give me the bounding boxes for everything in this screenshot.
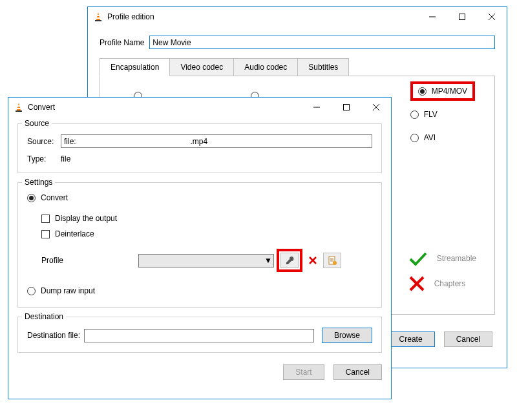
- radio-icon: [418, 87, 427, 96]
- minimize-button[interactable]: [302, 98, 332, 117]
- deinterlace-check[interactable]: Deinterlace: [41, 229, 372, 238]
- svg-rect-5: [459, 14, 465, 20]
- tab-audio-codec[interactable]: Audio codec: [233, 58, 298, 76]
- radio-icon: [410, 110, 419, 119]
- profile-name-label: Profile Name: [100, 38, 144, 47]
- svg-rect-2: [96, 17, 100, 19]
- profile-titlebar: Profile edition: [88, 7, 507, 26]
- cross-icon: [408, 275, 425, 292]
- profile-select[interactable]: ▼: [138, 254, 274, 268]
- svg-rect-13: [16, 110, 22, 112]
- delete-icon: [308, 256, 317, 265]
- convert-window-title: Convert: [28, 103, 302, 112]
- radio-icon: [27, 287, 36, 295]
- profile-label: Profile: [41, 256, 138, 265]
- tab-encapsulation[interactable]: Encapsulation: [100, 58, 170, 76]
- cancel-button[interactable]: Cancel: [333, 364, 382, 380]
- chevron-down-icon: ▼: [264, 256, 272, 265]
- radio-icon: [410, 134, 419, 142]
- tab-subtitles[interactable]: Subtitles: [297, 58, 349, 76]
- profile-name-input[interactable]: [149, 36, 495, 49]
- destination-group: Destination Destination file: Browse: [17, 317, 382, 353]
- checkbox-icon: [41, 215, 50, 223]
- dump-raw-radio[interactable]: Dump raw input: [27, 286, 372, 295]
- close-button[interactable]: [477, 7, 507, 26]
- svg-rect-1: [97, 15, 100, 16]
- new-profile-button[interactable]: [323, 253, 341, 268]
- type-value: file: [61, 154, 70, 163]
- highlight-mp4: MP4/MOV: [410, 81, 475, 101]
- svg-rect-11: [17, 105, 20, 107]
- source-legend: Source: [22, 119, 52, 128]
- vlc-cone-icon: [14, 102, 24, 112]
- features-list: Streamable Chapters: [408, 251, 476, 301]
- edit-profile-button[interactable]: [280, 253, 299, 268]
- svg-point-24: [333, 261, 337, 265]
- format-label-flv: FLV: [424, 110, 438, 119]
- format-radio-flv[interactable]: FLV: [410, 110, 475, 119]
- create-button[interactable]: Create: [387, 331, 435, 347]
- convert-radio[interactable]: Convert: [27, 193, 372, 202]
- convert-titlebar: Convert: [8, 98, 391, 117]
- display-output-check[interactable]: Display the output: [41, 214, 372, 223]
- destination-input[interactable]: [84, 329, 314, 342]
- vlc-cone-icon: [93, 12, 103, 22]
- close-button[interactable]: [361, 98, 391, 117]
- maximize-button[interactable]: [332, 98, 361, 117]
- radio-icon: [27, 194, 36, 202]
- feature-streamable: Streamable: [408, 251, 476, 266]
- destination-label: Destination file:: [27, 331, 80, 340]
- browse-button[interactable]: Browse: [322, 328, 372, 343]
- delete-profile-button[interactable]: [306, 253, 319, 268]
- maximize-button[interactable]: [447, 7, 477, 26]
- svg-rect-15: [344, 105, 350, 110]
- check-icon: [408, 251, 428, 266]
- settings-legend: Settings: [22, 178, 55, 187]
- type-label: Type:: [27, 154, 57, 163]
- source-input[interactable]: [61, 134, 372, 148]
- wrench-icon: [285, 256, 294, 265]
- settings-group: Settings Convert Display the output Dein…: [17, 182, 382, 308]
- source-group: Source Source: Type: file: [17, 123, 382, 173]
- profile-tabs: Encapsulation Video codec Audio codec Su…: [100, 58, 495, 76]
- checkbox-icon: [41, 230, 50, 238]
- format-label-avi: AVI: [424, 133, 436, 142]
- svg-rect-12: [17, 108, 21, 109]
- destination-legend: Destination: [22, 312, 66, 321]
- convert-window: Convert Source Source: Type: file Settin…: [8, 97, 392, 399]
- feature-chapters: Chapters: [408, 275, 476, 292]
- format-radio-mp4[interactable]: MP4/MOV: [418, 87, 467, 96]
- new-file-icon: [328, 256, 337, 265]
- tab-video-codec[interactable]: Video codec: [169, 58, 234, 76]
- profile-window-title: Profile edition: [107, 12, 417, 21]
- format-radio-avi[interactable]: AVI: [410, 133, 475, 142]
- source-label: Source:: [27, 137, 57, 146]
- start-button: Start: [283, 364, 324, 380]
- cancel-button[interactable]: Cancel: [444, 331, 492, 347]
- format-label-mp4: MP4/MOV: [432, 87, 467, 96]
- highlight-wrench: [277, 249, 302, 272]
- minimize-button[interactable]: [417, 7, 447, 26]
- svg-rect-3: [95, 20, 101, 21]
